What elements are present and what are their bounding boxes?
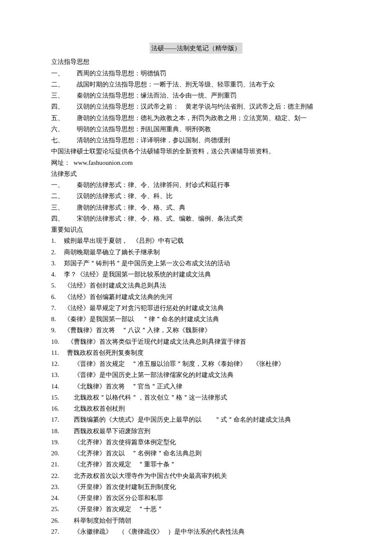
list-item: 三、 秦朝的立法指导思想：缘法而治、法令由一统、严刑重罚 <box>51 90 341 101</box>
section-heading: 法律形式 <box>51 168 341 179</box>
list-item: 一、 秦朝的法律形式：律、令、法律答问、封诊式和廷行事 <box>51 179 341 190</box>
list-item: 2. 商朝晚期最早确立了嫡长子继承制 <box>51 247 341 258</box>
promo-text: 中国法律硕士联盟论坛提供各个法硕辅导班的全新资料，送公共课辅导班资料。 网址： … <box>51 146 341 168</box>
list-item: 四、 汉朝的立法指导思想：汉武帝之前： 黄老学说与约法省刑、汉武帝之后：德主刑辅 <box>51 101 341 112</box>
section-key-points: 重要知识点 1. 赎刑最早出现于夏朝， 《吕刑》中有记载 2. 商朝晚期最早确立… <box>51 224 341 537</box>
list-item: 二、 战国时期的立法指导思想：一断于法、刑无等级、轻罪重罚、法布于众 <box>51 79 341 90</box>
list-item: 13. 《晋律》是中国历史上第一部法律儒家化的封建成文法典 <box>51 369 341 380</box>
list-item: 14. 《北魏律》首次将 ＂官当＂正式入律 <box>51 381 341 392</box>
list-item: 20. 《北齐律》首次以 ＂名例律＂命名法典总则 <box>51 448 341 459</box>
list-item: 17. 西魏编纂的《大统式》是中国历史上最早的以 ＂式＂命名的封建成文法典 <box>51 414 341 425</box>
list-item: 22. 北齐政权首次以大理寺作为中国古代中央最高审判机关 <box>51 470 341 481</box>
list-item: 12. 《晋律》首次规定 ＂准五服以治罪＂制度，又称《泰始律》 《张杜律》 <box>51 358 341 369</box>
list-item: 18. 西魏政权最早下诏废除宫刑 <box>51 426 341 437</box>
section-legal-forms: 法律形式 一、 秦朝的法律形式：律、令、法律答问、封诊式和廷行事 二、 汉朝的法… <box>51 168 341 224</box>
list-item: 四、 宋朝的法律形式：律、令、格、式、编敕、编例、条法式类 <box>51 213 341 224</box>
promo-line: 中国法律硕士联盟论坛提供各个法硕辅导班的全新资料，送公共课辅导班资料。 <box>51 146 341 157</box>
list-item: 五、 唐朝的立法指导思想：德礼为政教之本，刑罚为政教之用；立法宽简、稳定、划一 <box>51 112 341 124</box>
list-item: 24. 《开皇律》首次区分公罪和私罪 <box>51 492 341 503</box>
list-item: 5. 《法经》首创封建成文法典总则具法 <box>51 280 341 291</box>
list-item: 六、 明朝的立法指导思想：刑乱国用重典、明刑弼教 <box>51 124 341 135</box>
list-item: 8. 《秦律》是我国第一部以 ＂律＂命名的封建成文法典 <box>51 313 341 325</box>
list-item: 15. 北魏政权＂以格代科＂，首次创立＂格＂这一法律形式 <box>51 392 341 403</box>
list-item: 27. 《永徽律疏》 （《唐律疏仪》 ）是中华法系的代表性法典 <box>51 526 341 537</box>
list-item: 1. 赎刑最早出现于夏朝， 《吕刑》中有记载 <box>51 235 341 246</box>
list-item: 19. 《北齐律》首次使得篇章体例定型化 <box>51 437 341 448</box>
promo-url: 网址： www.fashuounion.com <box>51 157 341 168</box>
section-legislative-thought: 立法指导思想 一、 西周的立法指导思想：明德慎罚 二、 战国时期的立法指导思想：… <box>51 56 341 146</box>
list-item: 七、 清朝的立法指导思想：详译明律，参以国制、尚德缓刑 <box>51 135 341 146</box>
list-item: 16. 北魏政权首创杖刑 <box>51 403 341 414</box>
list-item: 4. 李？《法经》是我国第一部比较系统的封建成文法典 <box>51 269 341 280</box>
list-item: 二、 汉朝的法律形式：律、令、科、比 <box>51 190 341 201</box>
list-item: 一、 西周的立法指导思想：明德慎罚 <box>51 68 341 79</box>
list-item: 23. 《开皇律》首次使封建制五刑制度化 <box>51 481 341 492</box>
list-item: 7. 《法经》最早规定了对贪污犯罪进行惩处的封建成文法典 <box>51 302 341 313</box>
list-item: 10. 《曹魏律》首次将类似于近现代封建成文法典总则具律置于律首 <box>51 336 341 347</box>
list-item: 6. 《法经》首创编纂封建成文法典的先河 <box>51 291 341 302</box>
document-title: 法硕——法制史笔记（精华版） <box>150 43 242 54</box>
list-item: 三、 唐朝的法律形式：律、令、格、式、典 <box>51 202 341 213</box>
list-item: 21. 《北齐律》首次规定 ＂重罪十条＂ <box>51 459 341 470</box>
list-item: 9. 《曹魏律》首次将 ＂八议＂入律，又称《魏新律》 <box>51 325 341 336</box>
list-item: 3. 郑国子产＂铸刑书＂是中国历史上第一次公布成文法的活动 <box>51 258 341 269</box>
list-item: 26. 科举制度始创于隋朝 <box>51 515 341 526</box>
section-heading: 重要知识点 <box>51 224 341 235</box>
list-item: 25. 《开皇律》首次规定 ＂十恶＂ <box>51 503 341 515</box>
list-item: 11. 曹魏政权首创死刑复奏制度 <box>51 347 341 358</box>
section-heading: 立法指导思想 <box>51 56 341 67</box>
